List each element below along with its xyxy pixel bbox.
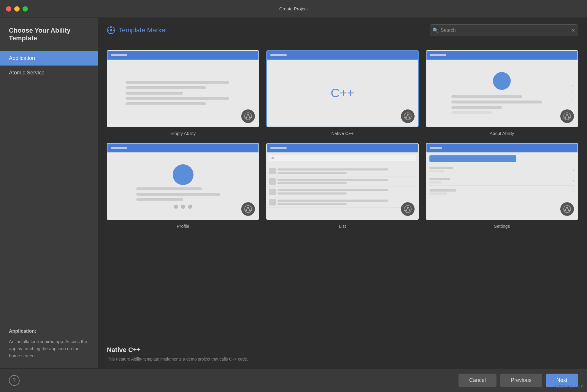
template-card-about-ability[interactable]: › › ›: [426, 50, 578, 136]
market-icon: [107, 26, 115, 34]
search-clear-button[interactable]: ✕: [571, 28, 575, 33]
svg-point-4: [107, 30, 109, 31]
svg-point-9: [249, 117, 251, 119]
svg-point-26: [245, 210, 247, 211]
svg-point-19: [566, 114, 568, 116]
svg-line-40: [565, 208, 567, 210]
template-card-native-cpp[interactable]: C++ Native C++: [266, 50, 418, 136]
svg-point-39: [568, 210, 570, 211]
card-preview-settings: › ›: [426, 143, 578, 220]
empty-ability-badge: [241, 109, 255, 123]
svg-point-2: [110, 27, 112, 28]
svg-line-22: [565, 116, 567, 117]
watermark: CSDN @土了个乒: [555, 384, 584, 389]
svg-point-14: [405, 117, 407, 119]
footer-left: ?: [9, 375, 20, 386]
template-card-settings[interactable]: › ›: [426, 143, 578, 229]
panel-title: Template Market: [107, 26, 167, 34]
list-label: List: [339, 224, 346, 229]
svg-point-6: [245, 113, 252, 120]
settings-badge: [560, 202, 574, 216]
svg-line-29: [248, 208, 250, 210]
native-cpp-badge: [401, 109, 415, 123]
template-card-empty-ability[interactable]: Empty Ability: [107, 50, 259, 136]
svg-point-7: [247, 114, 249, 116]
svg-line-17: [408, 116, 410, 117]
sidebar-item-atomic-service[interactable]: Atomic Service: [0, 66, 98, 80]
svg-point-13: [407, 114, 409, 116]
cpp-logo: C++: [331, 86, 354, 100]
svg-point-33: [409, 210, 410, 211]
card-preview-empty-ability: [107, 50, 259, 127]
close-button[interactable]: [6, 6, 11, 12]
profile-badge: [241, 202, 255, 216]
svg-line-11: [248, 116, 250, 117]
titlebar: Create Project: [0, 0, 587, 18]
footer: ? Cancel Previous Next: [0, 368, 587, 392]
svg-line-34: [406, 208, 408, 210]
svg-point-36: [564, 205, 571, 213]
panel-title-text: Template Market: [119, 26, 167, 34]
native-cpp-label: Native C++: [331, 131, 353, 136]
templates-grid: Empty Ability C++: [98, 43, 587, 340]
svg-point-24: [245, 205, 252, 213]
right-panel: Template Market 🔍 ✕: [98, 18, 587, 368]
search-container: 🔍 ✕: [430, 24, 578, 36]
svg-line-41: [567, 208, 569, 210]
minimize-button[interactable]: [14, 6, 20, 12]
card-preview-about-ability: › › ›: [426, 50, 578, 127]
template-card-profile[interactable]: Profile: [107, 143, 259, 229]
search-input[interactable]: [430, 24, 578, 36]
maximize-button[interactable]: [23, 6, 28, 12]
profile-label: Profile: [177, 224, 189, 229]
svg-point-5: [113, 30, 115, 31]
svg-line-10: [246, 116, 248, 117]
sidebar-description: Application: An installation-required ap…: [0, 318, 98, 368]
svg-line-16: [406, 116, 408, 117]
svg-line-35: [408, 208, 410, 210]
help-button[interactable]: ?: [9, 375, 20, 386]
previous-button[interactable]: Previous: [500, 374, 542, 387]
svg-point-12: [404, 113, 411, 120]
empty-ability-label: Empty Ability: [170, 131, 196, 136]
svg-point-3: [110, 33, 112, 34]
svg-point-38: [564, 210, 566, 211]
search-icon: 🔍: [433, 28, 439, 33]
card-preview-profile: [107, 143, 259, 220]
svg-point-21: [568, 117, 570, 119]
list-badge: [401, 202, 415, 216]
svg-line-28: [246, 208, 248, 210]
svg-line-23: [567, 116, 569, 117]
template-card-list[interactable]: List: [266, 143, 418, 229]
main-content: Choose Your Ability Template Application…: [0, 18, 587, 368]
svg-point-37: [566, 207, 568, 208]
svg-point-8: [245, 117, 247, 119]
about-ability-badge: [560, 109, 574, 123]
window-controls: [6, 6, 28, 12]
sidebar-item-application[interactable]: Application: [0, 51, 98, 66]
about-ability-label: About Ability: [490, 131, 514, 136]
settings-label: Settings: [494, 224, 510, 229]
svg-point-32: [405, 210, 407, 211]
svg-point-31: [407, 207, 409, 208]
card-preview-list: [266, 143, 418, 220]
selected-description: Native C++ This Feature Ability template…: [98, 340, 587, 368]
card-preview-native-cpp: C++: [266, 50, 418, 127]
sidebar-heading: Choose Your Ability Template: [0, 27, 98, 51]
svg-point-20: [564, 117, 566, 119]
svg-point-15: [409, 117, 410, 119]
svg-point-25: [247, 207, 249, 208]
panel-header: Template Market 🔍 ✕: [98, 18, 587, 43]
cancel-button[interactable]: Cancel: [459, 374, 496, 387]
svg-point-18: [564, 113, 571, 120]
svg-point-30: [404, 205, 411, 213]
sidebar: Choose Your Ability Template Application…: [0, 18, 98, 368]
selected-template-text: This Feature Ability template implements…: [107, 356, 578, 362]
svg-point-27: [249, 210, 251, 211]
window-title: Create Project: [279, 6, 308, 11]
selected-template-title: Native C++: [107, 346, 578, 354]
svg-point-1: [110, 29, 112, 31]
